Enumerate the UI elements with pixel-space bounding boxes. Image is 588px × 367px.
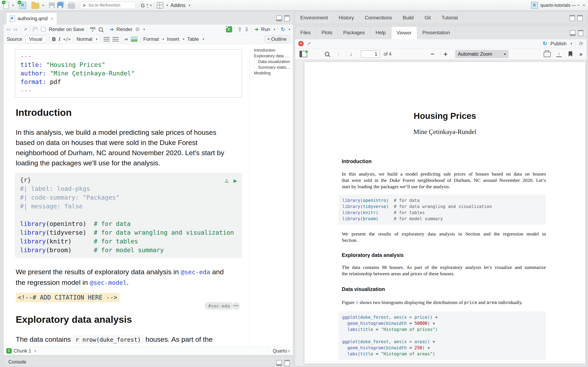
pdf-print-icon[interactable] bbox=[544, 52, 551, 57]
insert-chunk-icon[interactable]: C bbox=[226, 26, 232, 33]
pdf-more-tools-icon[interactable]: » bbox=[579, 50, 583, 58]
outline-toggle-button[interactable]: ≡ Outline bbox=[265, 35, 290, 43]
chunk-position[interactable]: Chunk 1 bbox=[14, 348, 31, 354]
go-prev-section-icon[interactable]: ⇧ bbox=[238, 26, 242, 33]
viewer-maximize-icon[interactable] bbox=[578, 30, 583, 36]
bold-button[interactable]: B bbox=[52, 36, 56, 42]
stop-preview-icon[interactable]: ✕ bbox=[298, 41, 303, 46]
outline-item[interactable]: Modeling bbox=[254, 70, 293, 76]
render-settings-dropdown-icon[interactable]: ▾ bbox=[143, 27, 145, 31]
r-code-chunk[interactable]: {r}#| label: load-pkgs#| code-summary: "… bbox=[15, 173, 242, 258]
open-file-icon[interactable] bbox=[31, 3, 39, 9]
editor-body[interactable]: ---title: "Housing Prices"author: "Mine … bbox=[3, 44, 293, 347]
refresh-viewer-icon[interactable]: ⟳ bbox=[579, 41, 583, 47]
new-file-dropdown-icon[interactable]: ▾ bbox=[12, 3, 14, 7]
save-doc-icon[interactable] bbox=[33, 27, 38, 32]
doc-type-select[interactable]: Quarto bbox=[273, 348, 287, 354]
pdf-zoom-in-icon[interactable]: + bbox=[444, 50, 448, 58]
pdf-zoom-select[interactable]: Automatic Zoom ▾ bbox=[455, 50, 509, 58]
pdf-search-icon[interactable] bbox=[325, 52, 329, 56]
env-restore-icon[interactable] bbox=[577, 15, 583, 21]
pane-tab[interactable]: Files bbox=[295, 26, 316, 39]
popout-viewer-icon[interactable]: ↗ bbox=[307, 41, 311, 46]
italic-button[interactable]: I bbox=[59, 36, 61, 42]
go-next-section-icon[interactable]: ⇩ bbox=[245, 26, 249, 33]
chunk-stepper-icon[interactable]: ▲▼ bbox=[34, 349, 36, 352]
outline-item[interactable]: Exploratory data … bbox=[254, 53, 293, 59]
pane-tab[interactable]: Connections bbox=[359, 12, 397, 24]
pdf-zoom-out-icon[interactable]: − bbox=[431, 50, 434, 58]
pane-tab[interactable]: Git bbox=[419, 12, 436, 24]
run-button[interactable]: Run bbox=[261, 26, 270, 32]
viewer-minimize-icon[interactable] bbox=[570, 30, 576, 36]
tab-close-icon[interactable]: ✕ bbox=[51, 17, 53, 21]
render-settings-gear-icon[interactable]: ⚙ bbox=[135, 26, 140, 33]
run-chunk-icon[interactable]: ▶ bbox=[233, 176, 237, 185]
maximize-pane-icon[interactable] bbox=[285, 15, 290, 21]
back-icon[interactable]: ⇦ bbox=[6, 26, 11, 33]
console-minimize-icon[interactable] bbox=[276, 360, 282, 366]
pdf-download-icon[interactable] bbox=[556, 51, 562, 57]
env-maximize-icon[interactable] bbox=[570, 15, 575, 21]
pane-tab[interactable]: Presentation bbox=[417, 26, 456, 39]
version-control-icon[interactable]: G bbox=[141, 2, 147, 8]
pane-tab[interactable]: Build bbox=[398, 12, 419, 24]
numbered-list-icon[interactable] bbox=[112, 37, 119, 42]
format-menu[interactable]: Format bbox=[143, 36, 159, 42]
pdf-page-input[interactable] bbox=[361, 50, 380, 58]
visual-mode-button[interactable]: Visual bbox=[25, 35, 46, 43]
goto-file-input[interactable] bbox=[88, 3, 130, 8]
pane-tab[interactable]: Help bbox=[370, 26, 391, 39]
outline-item[interactable]: Data visualization bbox=[254, 59, 293, 64]
pane-tab[interactable]: History bbox=[333, 12, 360, 24]
image-icon[interactable] bbox=[131, 36, 138, 42]
project-name[interactable]: quarto-tutorials — ~ bbox=[540, 3, 580, 8]
publish-dropdown-icon[interactable]: ▾ bbox=[571, 42, 572, 45]
insert-menu[interactable]: Insert bbox=[167, 36, 179, 42]
version-control-dropdown-icon[interactable]: ▾ bbox=[150, 3, 152, 7]
minimize-pane-icon[interactable] bbox=[276, 16, 282, 21]
pdf-bookmark-icon[interactable] bbox=[569, 51, 572, 57]
project-dropdown-icon[interactable]: ▾ bbox=[583, 3, 585, 7]
new-file-icon[interactable]: + bbox=[3, 2, 9, 9]
open-file-dropdown-icon[interactable]: ▾ bbox=[43, 3, 44, 7]
new-project-icon[interactable]: R+ bbox=[19, 2, 26, 9]
pdf-next-page-icon[interactable]: ↓ bbox=[350, 51, 353, 57]
pane-tab[interactable]: Plots bbox=[316, 26, 338, 39]
link-icon[interactable]: ∞ bbox=[125, 36, 128, 42]
outline-item[interactable]: Introduction bbox=[254, 47, 293, 53]
addins-menu[interactable]: Addins bbox=[171, 2, 185, 8]
pdf-sidebar-toggle-icon[interactable] bbox=[300, 51, 307, 57]
doc-type-stepper-icon[interactable]: ▲▼ bbox=[288, 349, 290, 352]
save-icon[interactable] bbox=[49, 2, 55, 8]
print-icon[interactable] bbox=[68, 4, 75, 8]
document-canvas[interactable]: ---title: "Housing Prices"author: "Mine … bbox=[3, 44, 246, 347]
panes-dropdown-icon[interactable]: ▾ bbox=[167, 3, 168, 7]
save-all-icon[interactable] bbox=[57, 2, 63, 8]
table-menu[interactable]: Table bbox=[187, 36, 199, 42]
source-mode-button[interactable]: Source bbox=[7, 36, 22, 42]
pane-tab[interactable]: Environment bbox=[295, 12, 333, 24]
panes-layout-icon[interactable] bbox=[157, 2, 163, 8]
section-options-button[interactable]: ••• bbox=[232, 302, 240, 310]
render-on-save-checkbox[interactable] bbox=[41, 27, 45, 32]
goto-file-search[interactable]: ➤ bbox=[80, 2, 136, 9]
code-format-button[interactable]: </> bbox=[63, 37, 71, 42]
popout-editor-icon[interactable]: ↗ bbox=[24, 27, 27, 32]
outline-item[interactable]: Summary statis… bbox=[254, 64, 293, 70]
pdf-scroll-area[interactable]: Housing Prices Mine Çetinkaya-Rundel Int… bbox=[295, 60, 587, 366]
pane-tab[interactable]: Tutorial bbox=[436, 12, 463, 24]
pane-tab[interactable]: Viewer bbox=[391, 26, 417, 39]
publish-button[interactable]: Publish bbox=[550, 41, 567, 47]
rerun-icon[interactable]: ↻ bbox=[281, 26, 285, 33]
pdf-prev-page-icon[interactable]: ↑ bbox=[337, 51, 340, 57]
bullet-list-icon[interactable] bbox=[104, 37, 110, 42]
rerun-dropdown-icon[interactable]: ▾ bbox=[288, 27, 290, 31]
console-maximize-icon[interactable] bbox=[285, 360, 290, 366]
run-chunks-above-icon[interactable]: ▼ bbox=[225, 179, 228, 183]
spellcheck-icon[interactable]: ABC✓ bbox=[90, 27, 96, 32]
render-button[interactable]: Render bbox=[116, 26, 132, 32]
forward-icon[interactable]: ⇨ bbox=[13, 26, 18, 33]
paragraph-style-dropdown-icon[interactable]: ▾ bbox=[96, 37, 98, 41]
editor-tab-authoring[interactable]: authoring.qmd ✕ bbox=[6, 13, 57, 25]
